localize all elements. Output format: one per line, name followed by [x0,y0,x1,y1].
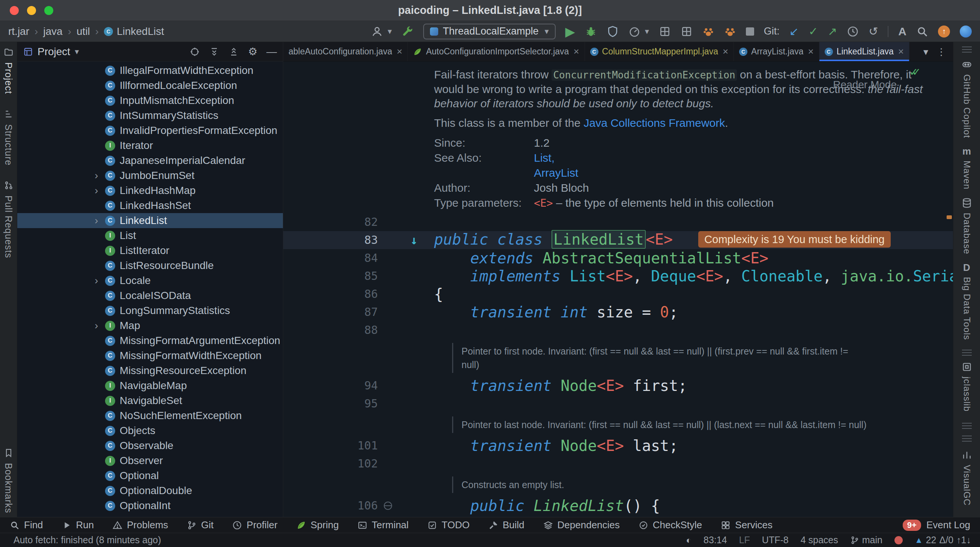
breadcrumb-item-linkedlist[interactable]: CLinkedList [104,25,164,38]
code-line[interactable]: 95 [283,395,953,413]
expand-all-icon[interactable] [209,46,220,57]
stop-button[interactable] [746,27,754,36]
project-tree-item-linkedhashmap[interactable]: ›CLinkedHashMap [17,183,283,198]
translate-icon[interactable]: A [898,26,907,37]
git-update-icon[interactable]: ↙ [789,26,799,37]
editor-gutter[interactable]: 87 [283,303,434,321]
editor-gutter[interactable]: 85 [283,267,434,285]
project-tree-item-navigablemap[interactable]: INavigableMap [17,378,283,393]
project-tree-item-list[interactable]: IList [17,228,283,243]
tool-button-run[interactable]: Run [62,519,94,531]
tool-button-terminal[interactable]: Terminal [358,519,409,531]
git-branch-widget[interactable]: main [850,534,883,545]
project-tree-item-inputmismatchexception[interactable]: CInputMismatchException [17,93,283,108]
profiler-button[interactable] [628,25,640,38]
tool-button-find[interactable]: Find [10,519,43,531]
fold-marker-icon[interactable] [384,502,392,510]
update-available-icon[interactable]: ↑ [938,25,950,38]
tree-expand-chevron-icon[interactable]: › [88,320,105,332]
caret-position[interactable]: 83:14 [703,534,727,545]
tool-button-git[interactable]: Git [187,519,213,531]
tool-strip-grip[interactable] [962,46,972,47]
project-tree-item-linkedlist[interactable]: ›CLinkedList [17,213,283,228]
right-tool-button-jclasslib[interactable]: jclasslib [962,362,972,412]
editor-tab-ableautoconfiguration-java[interactable]: ableAutoConfiguration.java× [283,42,408,61]
locate-file-icon[interactable] [189,46,200,57]
breadcrumb-item-rt-jar[interactable]: rt.jar [8,25,29,38]
search-everywhere-icon[interactable] [916,25,928,38]
project-tree-item-iterator[interactable]: IIterator [17,138,283,153]
project-tree-item-optional[interactable]: COptional [17,468,283,483]
code-line[interactable]: 94 transient Node<E> first; [283,377,953,395]
editor-gutter[interactable]: 106 [283,497,434,515]
code-line[interactable]: 102 [283,455,953,473]
editor-gutter[interactable]: 83↓ [283,231,434,249]
editor[interactable]: Fail-fast iterators throw ConcurrentModi… [283,62,953,517]
editor-tab-columnstructmapperimpl-java[interactable]: CColumnStructMapperImpl.java× [585,42,734,61]
indent-style[interactable]: 4 spaces [801,534,838,545]
javadoc-link[interactable]: Java Collections Framework [584,117,725,129]
tool-button-spring[interactable]: Spring [296,519,339,531]
reader-mode-label[interactable]: Reader Mode [833,79,897,91]
tree-expand-chevron-icon[interactable]: › [88,184,105,197]
settings-gear-icon[interactable]: ⚙ [248,46,258,57]
inspections-widget[interactable]: ✓✓ [910,65,920,79]
editor-gutter[interactable]: 88 [283,321,434,339]
editor-tab-arraylist-java[interactable]: CArrayList.java× [734,42,819,61]
hidden-tabs-chevron-icon[interactable]: ▾ [923,47,928,57]
tool-button-services[interactable]: Services [721,519,773,531]
profiler-chevron-icon[interactable]: ▾ [645,27,649,37]
project-tree-item-linkedhashset[interactable]: CLinkedHashSet [17,198,283,213]
implementations-gutter-icon[interactable]: ↓ [410,231,418,249]
code-line[interactable]: 84 extends AbstractSequentialList<E> [283,249,953,267]
code-line[interactable]: 87 transient int size = 0; [283,303,953,321]
tool-button-dependencies[interactable]: Dependencies [543,519,620,531]
codewithme-icon[interactable] [960,25,972,38]
hide-panel-icon[interactable]: — [266,46,277,57]
project-tree-item-map[interactable]: ›IMap [17,318,283,333]
project-tree-item-nosuchelementexception[interactable]: CNoSuchElementException [17,408,283,423]
right-tool-button-big-data-tools[interactable]: DBig Data Tools [962,262,972,340]
tool-button-build[interactable]: Build [488,519,525,531]
inspections-summary[interactable]: ▲ 22 Δ/0 ↑1↓ [915,534,971,545]
code-line[interactable]: 88 [283,321,953,339]
project-tree-item-observable[interactable]: CObservable [17,438,283,453]
tool-button-todo[interactable]: TODO [427,519,470,531]
code-line[interactable]: 85 implements List<E>, Deque<E>, Cloneab… [283,267,953,285]
tab-close-icon[interactable]: × [898,46,904,57]
javadoc-link[interactable]: List, [534,151,555,164]
javadoc-link[interactable]: ArrayList [534,167,578,179]
project-tree-item-navigableset[interactable]: INavigableSet [17,393,283,408]
project-tree-item-illegalformatwidthexception[interactable]: CIllegalFormatWidthException [17,63,283,78]
profile-chevron-icon[interactable]: ▾ [388,27,392,37]
project-tree-item-observer[interactable]: IObserver [17,453,283,468]
project-view-chevron-icon[interactable]: ▾ [75,47,79,57]
grid-tool-icon-2[interactable] [681,25,693,38]
breadcrumb-item-util[interactable]: util [76,25,90,38]
tab-close-icon[interactable]: × [722,46,728,57]
tab-close-icon[interactable]: × [573,46,579,57]
breadcrumb-item-java[interactable]: java [43,25,62,38]
tab-options-kebab-icon[interactable]: ⋮ [937,47,946,57]
code-line[interactable]: 83↓public class LinkedList<E> Complexity… [283,231,953,249]
editor-gutter[interactable]: 82 [283,213,434,231]
right-tool-button-visualgc[interactable]: VisualGC [962,450,972,506]
project-tree-item-listresourcebundle[interactable]: CListResourceBundle [17,258,283,273]
tool-strip-grip[interactable] [962,350,972,350]
vcs-history-icon[interactable] [847,25,859,38]
project-tree-item-listiterator[interactable]: IListIterator [17,243,283,258]
editor-tab-autoconfigurationimportselector-java[interactable]: AutoConfigurationImportSelector.java× [408,42,585,61]
left-tool-button-bookmarks[interactable]: Bookmarks [3,448,14,513]
background-tasks-icon[interactable]: ◐ [686,536,692,545]
build-hammer-icon[interactable] [401,25,414,38]
project-tree-item-japaneseimperialcalendar[interactable]: CJapaneseImperialCalendar [17,153,283,168]
close-window-button[interactable] [10,6,19,15]
zoom-window-button[interactable] [44,6,53,15]
rollback-icon[interactable]: ↺ [869,26,878,37]
inline-complexity-hint[interactable]: Complexity is 19 You must be kidding [698,231,890,248]
plugin-paw-icon-2[interactable] [724,25,736,38]
project-tree-item-missingresourceexception[interactable]: CMissingResourceException [17,363,283,378]
run-configuration-select[interactable]: ThreadLocalExample ▾ [423,24,555,40]
project-tree-item-invalidpropertiesformatexception[interactable]: CInvalidPropertiesFormatException [17,123,283,138]
project-tree-item-objects[interactable]: CObjects [17,423,283,438]
